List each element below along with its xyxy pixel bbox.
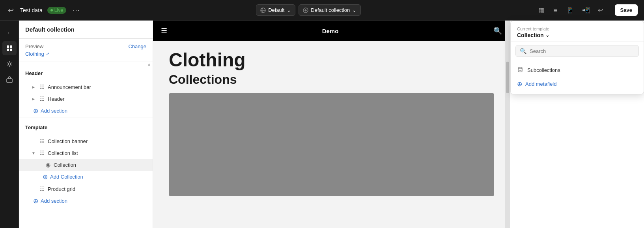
topbar-right: ▦ 🖥 📱 📲 ↩ Save — [536, 4, 638, 16]
search-box-icon: 🔍 — [520, 48, 526, 54]
chevron-down-icon-3: ⌄ — [545, 32, 549, 38]
subcollections-label: Subcollections — [527, 67, 560, 73]
chevron-down-icon: ⌄ — [287, 7, 291, 13]
collection-list-item[interactable]: ▼ ☷ Collection list — [19, 147, 153, 159]
collection-list-label: Collection list — [48, 150, 78, 156]
scroll-arrow: ▲ — [147, 62, 151, 66]
add-section-header-label: Add section — [41, 108, 67, 114]
change-button[interactable]: Change — [128, 43, 146, 49]
sidebar: Default collection Preview Change Clothi… — [19, 21, 153, 228]
svg-point-6 — [8, 63, 11, 65]
template-section-label: Template — [19, 121, 153, 132]
chevron-down-icon-2: ⌄ — [352, 7, 357, 13]
clothing-link: Clothing — [25, 51, 44, 57]
preview-row: Preview Change — [25, 43, 146, 49]
add-section-template-button[interactable]: ⊕ Add section — [19, 195, 153, 207]
app-name: Test data — [20, 7, 43, 13]
search-input[interactable] — [530, 48, 635, 54]
main-layout: ← Default collection Preview Cha — [0, 21, 644, 228]
add-section-template-label: Add section — [41, 198, 67, 204]
live-dot — [50, 9, 53, 11]
back-button[interactable]: ↩ — [6, 4, 15, 16]
plus-metafield-icon: ⊕ — [517, 80, 522, 88]
template-value-row[interactable]: Collection ⌄ — [517, 32, 637, 38]
more-options-button[interactable]: ⋯ — [71, 4, 81, 16]
tablet-icon-button[interactable]: 📱 — [564, 4, 577, 16]
sidebar-header: Default collection — [19, 21, 153, 39]
dropdown-list: Subcollections ⊕ Add metafield — [511, 60, 644, 94]
nav-back-icon-button[interactable]: ← — [2, 25, 17, 40]
announcement-bar-item[interactable]: ► ☷ Announcement bar — [19, 81, 153, 93]
svg-rect-2 — [7, 45, 9, 48]
default-dropdown[interactable]: Default ⌄ — [256, 4, 295, 16]
preview-value[interactable]: Clothing ➚ — [25, 51, 146, 57]
subcollections-icon — [517, 66, 523, 74]
plus-circle-icon-2: ⊕ — [33, 197, 38, 205]
add-section-header-button[interactable]: ⊕ Add section — [19, 105, 153, 117]
add-collection-label: Add Collection — [50, 174, 83, 180]
svg-rect-7 — [7, 79, 12, 83]
collection-item[interactable]: ◉ Collection — [19, 159, 153, 171]
scrollbar-track[interactable] — [505, 21, 510, 228]
preview-area: ☰ Demo 🔍 Clothing Collections — [153, 21, 510, 228]
gray-placeholder-block — [169, 93, 494, 196]
mobile-icon-button[interactable]: 📲 — [580, 4, 592, 16]
template-header: Current template Collection ⌄ — [511, 21, 644, 42]
preview-label: Preview — [25, 43, 43, 49]
layout-icon: ☷ — [39, 84, 45, 90]
collection-item-label: Collection — [54, 162, 76, 168]
sidebar-preview-section: Preview Change Clothing ➚ — [19, 39, 153, 62]
sections-icon — [6, 45, 13, 52]
product-grid-icon: ☷ — [39, 186, 45, 192]
template-search-box: 🔍 — [515, 45, 639, 57]
expand-icon-4: ▼ — [32, 151, 36, 155]
expand-icon: ► — [32, 85, 36, 89]
section-heading: Collections — [169, 72, 494, 87]
topbar-left: ↩ Test data Live ⋯ — [6, 4, 81, 16]
collection-item-icon: ◉ — [46, 162, 50, 168]
header-item-label: Header — [48, 96, 65, 102]
template-value-text: Collection — [517, 32, 544, 38]
desktop-icon-button[interactable]: 🖥 — [550, 4, 561, 16]
browser-nav: ☰ Demo 🔍 — [153, 21, 510, 41]
settings-icon-button[interactable] — [2, 57, 17, 71]
search-nav-icon[interactable]: 🔍 — [493, 26, 502, 35]
db-small-icon — [517, 66, 523, 73]
icon-bar: ← — [0, 21, 19, 228]
save-button[interactable]: Save — [615, 4, 638, 16]
live-label: Live — [54, 8, 63, 13]
live-badge: Live — [47, 7, 66, 14]
external-link-icon: ➚ — [46, 51, 49, 57]
add-metafield-label: Add metafield — [525, 81, 557, 87]
add-collection-icon: ⊕ — [43, 173, 48, 181]
page-heading: Clothing — [169, 49, 494, 71]
sections-icon-button[interactable] — [2, 41, 17, 55]
hamburger-icon[interactable]: ☰ — [161, 26, 167, 35]
announcement-bar-label: Announcement bar — [48, 84, 91, 90]
layout-icon-button[interactable]: ▦ — [536, 4, 547, 16]
svg-rect-3 — [10, 45, 12, 48]
svg-rect-4 — [7, 49, 9, 51]
scrollbar-thumb[interactable] — [506, 62, 509, 93]
svg-rect-5 — [10, 49, 12, 51]
add-collection-button[interactable]: ⊕ Add Collection — [19, 171, 153, 183]
product-grid-item[interactable]: ☷ Product grid — [19, 183, 153, 195]
sidebar-title: Default collection — [25, 26, 146, 33]
preview-browser: ☰ Demo 🔍 Clothing Collections — [153, 21, 510, 228]
default-collection-dropdown[interactable]: Default collection ⌄ — [299, 4, 361, 16]
blocks-icon-button[interactable] — [2, 73, 17, 87]
collection-banner-item[interactable]: ☷ Collection banner — [19, 135, 153, 147]
globe-icon — [260, 8, 266, 13]
default-label: Default — [268, 7, 284, 13]
collection-icon — [303, 8, 308, 13]
topbar: ↩ Test data Live ⋯ Default ⌄ Default col… — [0, 0, 644, 21]
collection-banner-label: Collection banner — [48, 138, 88, 144]
header-item[interactable]: ► ☷ Header — [19, 93, 153, 105]
collection-list-icon: ☷ — [39, 150, 45, 156]
add-metafield-button[interactable]: ⊕ Add metafield — [511, 77, 644, 91]
subcollections-item[interactable]: Subcollections — [511, 63, 644, 77]
preview-content: Clothing Collections — [153, 41, 510, 228]
header-section-label: Header — [19, 66, 153, 78]
undo-button[interactable]: ↩ — [595, 4, 605, 16]
plus-circle-icon: ⊕ — [33, 107, 38, 115]
